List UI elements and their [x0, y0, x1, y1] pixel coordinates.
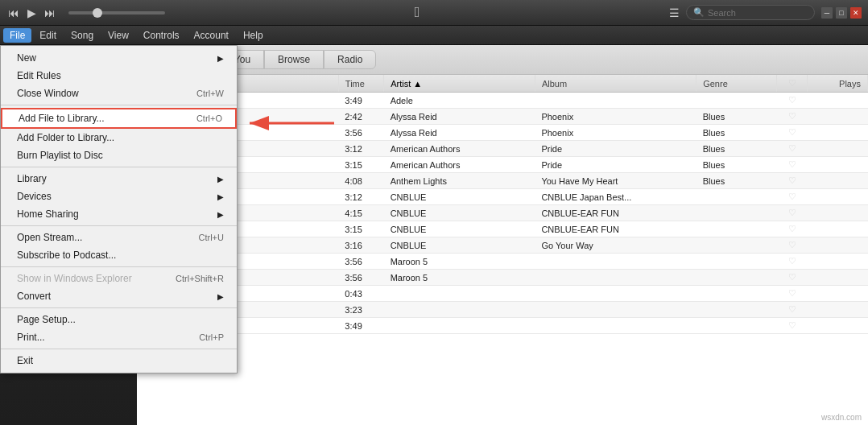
page-setup-label: Page Setup... [17, 314, 76, 325]
forward-button[interactable]: ⏭ [43, 5, 57, 21]
cell-heart[interactable]: ♡ [777, 125, 808, 141]
cell-heart[interactable]: ♡ [777, 270, 808, 286]
menu-item-subscribe-podcast[interactable]: Subscribe to Podcast... [1, 246, 237, 264]
menu-controls[interactable]: Controls [137, 28, 186, 43]
cell-artist: CNBLUE [384, 205, 535, 221]
add-file-shortcut: Ctrl+O [196, 113, 222, 123]
menu-item-devices[interactable]: Devices ▶ [1, 188, 237, 205]
tab-radio[interactable]: Radio [324, 50, 376, 69]
cell-heart[interactable]: ♡ [777, 286, 808, 302]
convert-label: Convert [17, 291, 51, 302]
menu-item-burn-playlist[interactable]: Burn Playlist to Disc [1, 146, 237, 164]
menu-account[interactable]: Account [188, 28, 235, 43]
open-stream-shortcut: Ctrl+U [199, 233, 224, 242]
menu-item-convert[interactable]: Convert ▶ [1, 287, 237, 305]
cell-album: Pride [535, 141, 696, 157]
cell-heart[interactable]: ♡ [777, 189, 808, 205]
cell-time: 3:49 [338, 318, 383, 334]
cell-album [535, 286, 696, 302]
add-folder-label: Add Folder to Library... [17, 132, 114, 143]
cell-heart[interactable]: ♡ [777, 93, 808, 109]
cell-time: 3:15 [338, 157, 383, 173]
menu-item-exit[interactable]: Exit [1, 352, 237, 369]
cell-heart[interactable]: ♡ [777, 221, 808, 237]
table-row[interactable]: &Daft Punk-Starboy 3:49 ♡ [137, 318, 868, 334]
table-row[interactable]: g In The Deep 3:49 Adele ♡ [137, 93, 868, 109]
menu-item-home-sharing[interactable]: Home Sharing ▶ [1, 205, 237, 223]
play-button[interactable]: ▶ [26, 5, 38, 21]
cell-heart[interactable]: ♡ [777, 318, 808, 334]
cell-heart[interactable]: ♡ [777, 205, 808, 221]
search-bar[interactable]: 🔍 [686, 5, 815, 20]
cell-heart[interactable]: ♡ [777, 109, 808, 125]
menu-item-edit-rules[interactable]: Edit Rules [1, 67, 237, 85]
tab-browse[interactable]: Browse [264, 50, 324, 69]
rewind-button[interactable]: ⏮ [6, 5, 21, 21]
cell-heart[interactable]: ♡ [777, 157, 808, 173]
cell-artist: Adele [384, 93, 535, 109]
menu-file[interactable]: File [3, 28, 31, 43]
menu-item-close-window[interactable]: Close Window Ctrl+W [1, 85, 237, 102]
cell-album: You Have My Heart [535, 173, 696, 189]
search-icon: 🔍 [693, 7, 705, 18]
search-input[interactable] [708, 8, 804, 18]
table-row[interactable]: The One 3:23 ♡ [137, 302, 868, 318]
table-row[interactable]: 3:15 CNBLUE CNBLUE-EAR FUN ♡ [137, 221, 868, 237]
minimize-button[interactable]: ─ [821, 7, 833, 19]
cell-album: Pride [535, 157, 696, 173]
col-artist[interactable]: Artist ▲ [384, 75, 535, 93]
table-row[interactable]: Heart 4:08 Anthem Lights You Have My Hea… [137, 173, 868, 189]
menu-view[interactable]: View [101, 28, 135, 43]
separator-5 [1, 307, 237, 308]
table-row[interactable]: a Merry Christmas 3:56 Maroon 5 ♡ [137, 270, 868, 286]
cell-heart[interactable]: ♡ [777, 254, 808, 270]
table-row[interactable]: 4:15 CNBLUE CNBLUE-EAR FUN ♡ [137, 205, 868, 221]
menu-item-open-stream[interactable]: Open Stream... Ctrl+U [1, 229, 237, 246]
cell-heart[interactable]: ♡ [777, 173, 808, 189]
menu-item-library[interactable]: Library ▶ [1, 170, 237, 188]
table-row[interactable]: has 3:56 Maroon 5 ♡ [137, 254, 868, 270]
close-button[interactable]: ✕ [850, 7, 862, 19]
col-genre[interactable]: Genre [696, 75, 777, 93]
cell-artist: Alyssa Reid [384, 109, 535, 125]
col-time[interactable]: Time [338, 75, 383, 93]
cell-album: CNBLUE Japan Best... [535, 189, 696, 205]
cell-plays [807, 221, 867, 237]
cell-artist: Anthem Lights [384, 173, 535, 189]
table-row[interactable]: me 3:12 CNBLUE CNBLUE Japan Best... ♡ [137, 189, 868, 205]
cell-genre [696, 254, 777, 270]
table-row[interactable]: 3:15 American Authors Pride Blues ♡ [137, 157, 868, 173]
menu-help[interactable]: Help [237, 28, 270, 43]
cell-artist: CNBLUE [384, 221, 535, 237]
cell-album: CNBLUE-EAR FUN [535, 205, 696, 221]
list-view-icon[interactable]: ☰ [669, 6, 680, 19]
progress-bar[interactable] [68, 11, 165, 14]
cell-heart[interactable]: ♡ [777, 237, 808, 254]
show-windows-explorer-label: Show in Windows Explorer [17, 273, 132, 284]
cell-heart[interactable]: ♡ [777, 302, 808, 318]
cell-plays [807, 157, 867, 173]
table-row[interactable]: 0b80f2f776f119c0b9... 0:43 ♡ [137, 286, 868, 302]
menu-item-add-file[interactable]: Add File to Library... Ctrl+O [1, 108, 237, 129]
table-row[interactable]: 3:12 American Authors Pride Blues ♡ [137, 141, 868, 157]
cell-time: 3:16 [338, 237, 383, 254]
col-album[interactable]: Album [535, 75, 696, 93]
cell-artist [384, 286, 535, 302]
menu-item-add-folder[interactable]: Add Folder to Library... [1, 129, 237, 146]
cell-album: Phoenix [535, 125, 696, 141]
menu-item-page-setup[interactable]: Page Setup... [1, 311, 237, 328]
menu-item-new[interactable]: New ▶ [1, 49, 237, 67]
cell-heart[interactable]: ♡ [777, 141, 808, 157]
cell-artist: CNBLUE [384, 189, 535, 205]
col-plays[interactable]: Plays [807, 75, 867, 93]
cell-genre [696, 237, 777, 254]
menu-edit[interactable]: Edit [33, 28, 63, 43]
table-row[interactable]: 3:56 Alyssa Reid Phoenix Blues ♡ [137, 125, 868, 141]
table-row[interactable]: 2:42 Alyssa Reid Phoenix Blues ♡ [137, 109, 868, 125]
menu-song[interactable]: Song [64, 28, 100, 43]
menu-item-print[interactable]: Print... Ctrl+P [1, 328, 237, 346]
cell-genre [696, 270, 777, 286]
music-table-body: g In The Deep 3:49 Adele ♡ 2:42 Alyssa R… [137, 93, 868, 334]
table-row[interactable]: rumental) 3:16 CNBLUE Go Your Way ♡ [137, 237, 868, 254]
maximize-button[interactable]: □ [836, 7, 847, 19]
